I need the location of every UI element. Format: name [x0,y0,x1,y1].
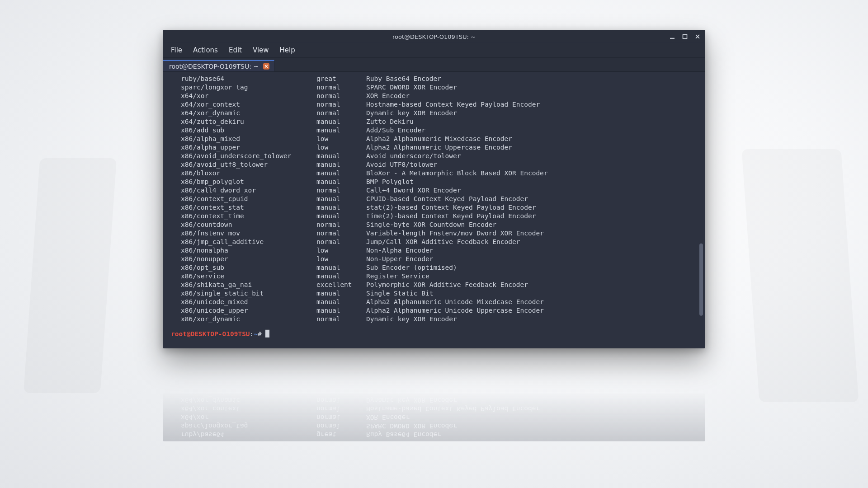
encoder-description: Register Service [366,272,705,281]
menu-actions[interactable]: Actions [193,46,218,54]
menu-help[interactable]: Help [280,46,295,54]
svg-rect-0 [670,38,675,39]
encoder-row: x86/shikata_ga_naiexcellentPolymorphic X… [181,281,705,289]
encoder-name: x86/avoid_underscore_tolower [181,353,316,361]
encoder-name: x64/xor [181,92,316,100]
encoder-rank: manual [316,289,366,298]
encoder-description: Alpha2 Alphanumeric Mixedcase Encoder [366,135,705,143]
encoder-row: x86/bmp_polyglotmanualBMP Polyglot [181,178,705,186]
encoder-row: x86/bloxormanualBloXor - A Metamorphic B… [181,169,705,178]
encoder-name: ruby/base64 [181,75,316,83]
encoder-rank: manual [316,160,366,169]
cursor-icon [265,330,269,338]
encoder-name: x86/fnstenv_mov [181,229,316,238]
encoder-rank: low [316,143,366,152]
encoder-rank: normal [316,404,366,413]
encoder-row: x64/xornormalXOR Encoder [181,413,705,422]
encoder-row: x64/zutto_dekirumanualZutto Dekiru [181,387,705,396]
encoder-name: sparc/longxor_tag [181,83,316,92]
encoder-name: x86/alpha_upper [181,143,316,152]
encoder-row: x86/unicode_uppermanualAlpha2 Alphanumer… [181,306,705,315]
minimize-button[interactable] [669,33,675,40]
encoder-name: x86/alpha_mixed [181,135,316,143]
tab-close-icon[interactable] [263,63,269,70]
maximize-button[interactable] [682,33,688,40]
encoder-row: sparc/longxor_tagnormalSPARC DWORD XOR E… [181,422,705,430]
encoder-row: x86/context_statmanualstat(2)-based Cont… [181,203,705,212]
encoder-rank: manual [316,306,366,315]
prompt-symbol: # [258,330,262,337]
encoder-name: x86/add_sub [181,126,316,135]
encoder-name: x86/service [181,272,316,281]
encoder-rank: normal [316,92,366,100]
menu-edit[interactable]: Edit [229,46,242,54]
prompt-path: ~ [254,330,258,337]
encoder-name: x86/avoid_utf8_tolower [181,351,316,353]
encoder-rank: manual [316,212,366,221]
encoder-rank: normal [316,83,366,92]
encoder-row: x86/call4_dword_xornormalCall+4 Dword XO… [181,186,705,195]
svg-rect-1 [683,34,687,38]
encoder-name: x64/xor_dynamic [181,109,316,117]
encoder-name: x86/opt_sub [181,263,316,272]
encoder-rank: manual [316,263,366,272]
encoder-row: x86/avoid_underscore_tolowermanualAvoid … [181,152,705,160]
encoder-name: x86/nonalpha [181,246,316,255]
prompt-line[interactable]: root@DESKTOP-O109TSU:~# [163,324,705,338]
encoder-description: Avoid UTF8/tolower [366,160,705,169]
terminal-tab[interactable]: root@DESKTOP-O109TSU: ~ [163,60,274,71]
encoder-rank: manual [316,353,366,361]
encoder-name: x86/call4_dword_xor [181,186,316,195]
encoder-name: x64/zutto_dekiru [181,387,316,396]
encoder-name: x86/unicode_upper [181,306,316,315]
menu-view[interactable]: View [253,46,269,54]
scrollbar-thumb[interactable] [699,244,703,316]
encoder-name: sparc/longxor_tag [181,422,316,430]
encoder-description: Non-Alpha Encoder [366,246,705,255]
encoder-rank: low [316,255,366,263]
menu-file[interactable]: File [171,46,182,54]
close-button[interactable] [694,33,701,40]
encoder-row: ruby/base64greatRuby Base64 Encoder [181,75,705,83]
encoder-description: Single-byte XOR Countdown Encoder [366,221,705,229]
encoder-rank: low [316,370,366,379]
encoder-rank: normal [316,413,366,422]
encoder-description: Add/Sub Encoder [366,379,705,387]
encoder-name: x64/xor_dynamic [181,396,316,404]
window-title: root@DESKTOP-O109TSU: ~ [163,33,705,40]
encoder-rank: normal [316,396,366,404]
encoder-row: x86/add_submanualAdd/Sub Encoder [181,379,705,387]
encoder-name: x64/xor_context [181,404,316,413]
encoder-rank: manual [316,169,366,178]
encoder-rank: manual [316,117,366,126]
encoder-description: Avoid underscore/tolower [366,353,705,361]
encoder-row: x86/nonalphalowNon-Alpha Encoder [181,246,705,255]
encoder-description: Alpha2 Alphanumeric Uppercase Encoder [366,143,705,152]
encoder-description: Zutto Dekiru [366,387,705,396]
encoder-rank: manual [316,298,366,306]
encoder-rank: normal [316,109,366,117]
encoder-rank: manual [316,126,366,135]
terminal-output[interactable]: ruby/base64greatRuby Base64 Encodersparc… [163,72,705,348]
encoder-description: Zutto Dekiru [366,117,705,126]
encoder-row: x64/xornormalXOR Encoder [181,92,705,100]
encoder-name: x64/zutto_dekiru [181,117,316,126]
encoder-rank: low [316,361,366,370]
encoder-rank: normal [316,100,366,109]
encoder-row: x86/context_cpuidmanualCPUID-based Conte… [181,195,705,203]
encoder-description: XOR Encoder [366,413,705,422]
encoder-name: x86/nonupper [181,255,316,263]
encoder-name: x86/avoid_utf8_tolower [181,160,316,169]
encoder-name: ruby/base64 [181,430,316,439]
encoder-row: x86/avoid_underscore_tolowermanualAvoid … [181,353,705,361]
encoder-name: x86/single_static_bit [181,289,316,298]
encoder-description: Hostname-based Context Keyed Payload Enc… [366,404,705,413]
encoder-name: x86/xor_dynamic [181,315,316,324]
encoder-description: Alpha2 Alphanumeric Unicode Uppercase En… [366,306,705,315]
encoder-rank: manual [316,152,366,160]
encoder-rank: low [316,246,366,255]
encoder-row: x64/xor_dynamicnormalDynamic key XOR Enc… [181,109,705,117]
encoder-row: x86/context_timemanualtime(2)-based Cont… [181,212,705,221]
encoder-row: x86/alpha_upperlowAlpha2 Alphanumeric Up… [181,143,705,152]
encoder-name: x64/xor_context [181,100,316,109]
